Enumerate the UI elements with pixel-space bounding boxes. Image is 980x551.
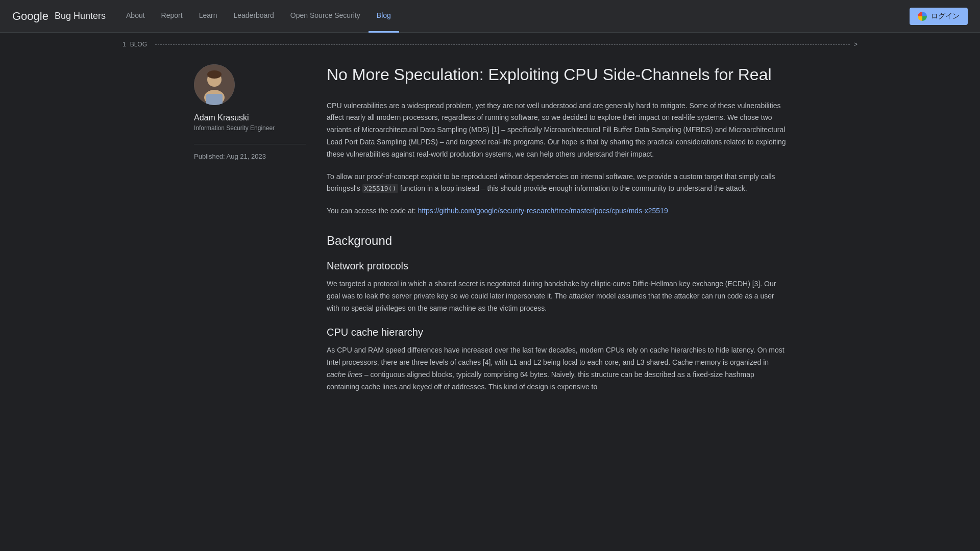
article-paragraph-5: As CPU and RAM speed differences have in… <box>327 344 786 393</box>
google-g-icon <box>918 12 927 21</box>
nav-item-leaderboard[interactable]: Leaderboard <box>225 0 282 33</box>
author-name: Adam Krasuski <box>194 113 306 122</box>
main-content: 1 BLOG > Adam <box>0 33 980 434</box>
svg-rect-4 <box>206 94 223 105</box>
breadcrumb-blog-link[interactable]: BLOG <box>130 41 147 48</box>
login-button-label: ログイン <box>931 12 960 21</box>
header-actions: ログイン <box>910 8 968 25</box>
article-paragraph-1: CPU vulnerabilities are a widespread pro… <box>327 100 786 161</box>
author-divider <box>194 144 306 144</box>
article-body: CPU vulnerabilities are a widespread pro… <box>327 100 786 393</box>
article-paragraph-4: We targeted a protocol in which a shared… <box>327 278 786 314</box>
heading-network-protocols: Network protocols <box>327 260 786 272</box>
header-logo: Google Bug Hunters <box>12 10 106 23</box>
site-name[interactable]: Bug Hunters <box>55 11 106 21</box>
cache-lines-em: cache lines <box>327 370 362 379</box>
avatar-image <box>194 64 235 105</box>
google-logo-text[interactable]: Google <box>12 10 48 23</box>
header: Google Bug Hunters About Report Learn Le… <box>0 0 980 33</box>
breadcrumb-arrow: > <box>854 41 857 48</box>
heading-cpu-cache: CPU cache hierarchy <box>327 327 786 338</box>
breadcrumb-dashes <box>155 44 850 45</box>
nav-item-about[interactable]: About <box>118 0 153 33</box>
nav-item-blog[interactable]: Blog <box>369 0 399 33</box>
content-wrapper: Adam Krasuski Information Security Engin… <box>133 56 847 434</box>
article-title: No More Speculation: Exploiting CPU Side… <box>327 64 786 86</box>
github-link[interactable]: https://github.com/google/security-resea… <box>418 207 668 215</box>
article-paragraph-3: You can access the code at: https://gith… <box>327 205 786 217</box>
code-snippet: X25519() <box>362 184 399 193</box>
main-nav: About Report Learn Leaderboard Open Sour… <box>118 0 910 33</box>
nav-item-learn[interactable]: Learn <box>191 0 226 33</box>
article: No More Speculation: Exploiting CPU Side… <box>327 56 786 434</box>
article-paragraph-2: To allow our proof-of-concept exploit to… <box>327 171 786 195</box>
author-sidebar: Adam Krasuski Information Security Engin… <box>194 56 306 434</box>
login-button[interactable]: ログイン <box>910 8 968 25</box>
author-role: Information Security Engineer <box>194 124 306 132</box>
code-access-prefix: You can access the code at: <box>327 207 418 215</box>
nav-item-report[interactable]: Report <box>153 0 191 33</box>
heading-background: Background <box>327 234 786 248</box>
breadcrumb-number: 1 <box>122 41 126 48</box>
breadcrumb: 1 BLOG > <box>0 33 980 56</box>
nav-item-open-source-security[interactable]: Open Source Security <box>282 0 369 33</box>
svg-point-3 <box>207 70 222 79</box>
published-date: Published: Aug 21, 2023 <box>194 153 306 160</box>
author-avatar <box>194 64 235 105</box>
